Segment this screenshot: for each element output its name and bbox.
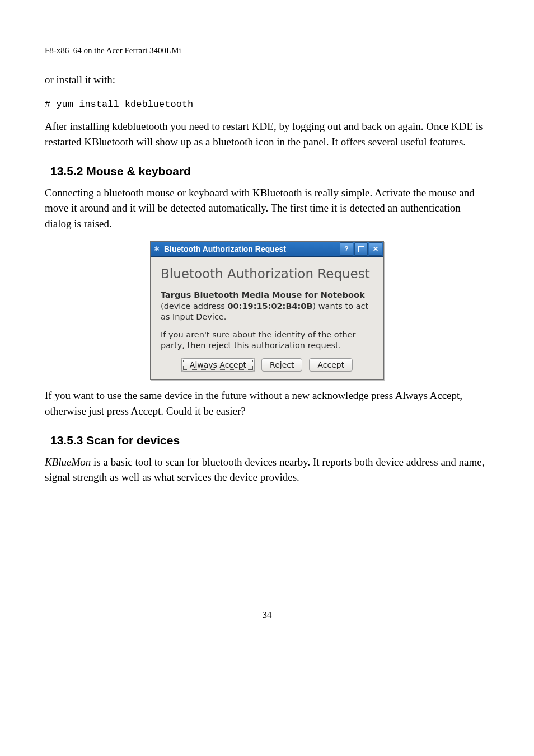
device-name: Targus Bluetooth Media Mouse for Noteboo… (161, 290, 365, 299)
accept-button[interactable]: Accept (309, 358, 353, 372)
dialog-title: Bluetooth Authorization Request (163, 244, 340, 255)
help-button[interactable]: ? (340, 242, 353, 256)
dialog-device-text: Targus Bluetooth Media Mouse for Noteboo… (161, 290, 373, 323)
always-accept-button[interactable]: Always Accept (181, 358, 255, 372)
para-after-dialog: If you want to use the same device in th… (45, 388, 489, 419)
para-connecting: Connecting a bluetooth mouse or keyboard… (45, 185, 489, 232)
para-install-intro: or install it with: (45, 72, 489, 88)
kbluemon-desc: is a basic tool to scan for bluetooth de… (45, 456, 484, 483)
section-heading-scan: 13.5.3 Scan for devices (50, 432, 489, 448)
maximize-button[interactable] (354, 242, 368, 256)
section-heading-mouse-keyboard: 13.5.2 Mouse & keyboard (50, 163, 489, 179)
page-header: F8-x86_64 on the Acer Ferrari 3400LMi (45, 45, 489, 57)
kbluemon-name: KBlueMon (45, 456, 91, 468)
dialog-advice: If you aren't sure about the identity of… (161, 330, 373, 351)
device-mid: (device address (161, 302, 227, 311)
dialog-heading: Bluetooth Authorization Request (161, 266, 373, 282)
para-after-install: After installing kdebluetooth you need t… (45, 119, 489, 149)
dialog-titlebar[interactable]: ✱ Bluetooth Authorization Request ? ✕ (151, 242, 383, 257)
reject-button[interactable]: Reject (261, 358, 302, 372)
bluetooth-icon: ✱ (151, 245, 163, 254)
device-mac: 00:19:15:02:B4:0B (227, 302, 312, 311)
page-number: 34 (45, 608, 489, 622)
command-line: # yum install kdebluetooth (45, 98, 489, 111)
auth-dialog: ✱ Bluetooth Authorization Request ? ✕ Bl… (150, 241, 384, 380)
para-kbluemon: KBlueMon is a basic tool to scan for blu… (45, 454, 489, 485)
close-button[interactable]: ✕ (369, 242, 382, 256)
